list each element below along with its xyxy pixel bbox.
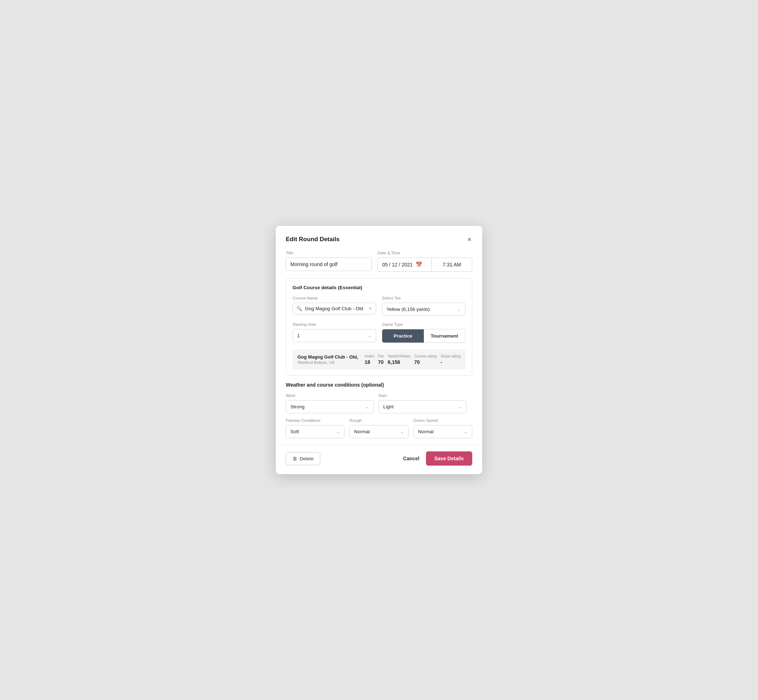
footer-divider — [276, 445, 482, 445]
close-button[interactable]: × — [467, 236, 472, 243]
rain-label: Rain — [379, 394, 467, 398]
course-name-label: Course Name — [293, 296, 376, 300]
save-button[interactable]: Save Details — [426, 452, 473, 466]
time-input[interactable]: 7:31 AM — [432, 258, 472, 272]
date-input[interactable]: 05 / 12 / 2021 📅 — [377, 258, 432, 272]
datetime-inputs: 05 / 12 / 2021 📅 7:31 AM — [377, 258, 472, 272]
cancel-button[interactable]: Cancel — [403, 456, 420, 461]
rain-group: Rain Light ⌄ — [379, 394, 467, 413]
course-rating-label: Course rating — [414, 354, 437, 358]
wind-value: Strong — [290, 404, 365, 409]
select-tee-value: Yellow (6,156 yards) — [387, 306, 457, 312]
fairway-rough-green-row: Fairway Conditions Soft ⌄ Rough Normal ⌄… — [286, 418, 472, 438]
modal-header: Edit Round Details × — [286, 236, 472, 243]
green-speed-group: Green Speed Normal ⌄ — [413, 418, 472, 438]
calendar-icon: 📅 — [416, 261, 423, 268]
wind-group: Wind Strong ⌄ — [286, 394, 374, 413]
green-speed-dropdown[interactable]: Normal ⌄ — [413, 425, 472, 438]
slope-rating-value: - — [440, 359, 442, 365]
clear-course-icon[interactable]: ✕ — [368, 306, 372, 311]
starting-hole-dropdown[interactable]: 1 ⌄ — [293, 329, 376, 342]
rough-label: Rough — [349, 418, 408, 423]
yards-value: 6,156 — [388, 359, 400, 365]
trash-icon: 🗑 — [293, 456, 297, 461]
modal-title: Edit Round Details — [286, 236, 340, 243]
game-type-toggle: Practice Tournament — [382, 329, 465, 343]
course-rating-value: 70 — [414, 359, 420, 365]
wind-dropdown[interactable]: Strong ⌄ — [286, 400, 374, 413]
chevron-down-icon-fairway: ⌄ — [336, 429, 340, 434]
conditions-section: Weather and course conditions (optional)… — [286, 382, 472, 438]
practice-button[interactable]: Practice — [382, 330, 424, 342]
wind-rain-row: Wind Strong ⌄ Rain Light ⌄ — [286, 394, 472, 413]
conditions-title: Weather and course conditions (optional) — [286, 382, 472, 388]
select-tee-group: Select Tee Yellow (6,156 yards) ⌄ — [382, 296, 465, 316]
green-speed-label: Green Speed — [413, 418, 472, 423]
course-name-group: Course Name 🔍 ✕ — [293, 296, 376, 316]
starting-hole-value: 1 — [297, 333, 368, 338]
chevron-down-icon-rain: ⌄ — [458, 404, 462, 409]
course-name-input[interactable] — [305, 306, 368, 311]
course-info-location: Shelford Bottom, UK — [298, 360, 365, 364]
fairway-label: Fairway Conditions — [286, 418, 345, 423]
chevron-down-icon-rough: ⌄ — [400, 429, 404, 434]
course-name-input-wrapper[interactable]: 🔍 ✕ — [293, 303, 376, 314]
game-type-label: Game Type — [382, 322, 465, 327]
select-tee-label: Select Tee — [382, 296, 465, 300]
rain-dropdown[interactable]: Light ⌄ — [379, 400, 467, 413]
golf-course-title: Golf Course details (Essential) — [293, 285, 465, 290]
fairway-value: Soft — [290, 429, 336, 434]
title-label: Title — [286, 251, 372, 255]
stat-par: Par 70 — [378, 354, 384, 365]
wind-label: Wind — [286, 394, 374, 398]
tournament-button[interactable]: Tournament — [424, 330, 465, 342]
stat-yards: Yards(Yellow) 6,156 — [388, 354, 411, 365]
holes-label: Holes — [365, 354, 374, 358]
chevron-down-icon-wind: ⌄ — [365, 404, 369, 409]
datetime-label: Date & Time — [377, 251, 472, 255]
title-date-row: Title Date & Time 05 / 12 / 2021 📅 7:31 … — [286, 251, 472, 272]
delete-label: Delete — [300, 456, 313, 461]
select-tee-dropdown[interactable]: Yellow (6,156 yards) ⌄ — [382, 303, 465, 316]
rough-dropdown[interactable]: Normal ⌄ — [349, 425, 408, 438]
course-info-card: Gog Magog Golf Club - Old, Shelford Bott… — [293, 349, 465, 370]
footer-row: 🗑 Delete Cancel Save Details — [286, 452, 472, 466]
green-speed-value: Normal — [418, 429, 464, 434]
course-tee-row: Course Name 🔍 ✕ Select Tee Yellow (6,156… — [293, 296, 465, 316]
yards-label: Yards(Yellow) — [388, 354, 411, 358]
par-label: Par — [378, 354, 384, 358]
rough-value: Normal — [354, 429, 399, 434]
edit-round-modal: Edit Round Details × Title Date & Time 0… — [276, 226, 482, 474]
stat-holes: Holes 18 — [365, 354, 374, 365]
course-info-name: Gog Magog Golf Club - Old, — [298, 354, 365, 359]
game-type-group: Game Type Practice Tournament — [382, 322, 465, 343]
title-input[interactable] — [286, 258, 372, 271]
title-group: Title — [286, 251, 372, 272]
chevron-down-icon: ⌄ — [457, 306, 461, 312]
course-info-left: Gog Magog Golf Club - Old, Shelford Bott… — [298, 354, 365, 364]
starting-hole-label: Starting Hole — [293, 322, 376, 327]
golf-course-section: Golf Course details (Essential) Course N… — [286, 278, 472, 376]
stat-slope-rating: Slope rating - — [440, 354, 460, 365]
delete-button[interactable]: 🗑 Delete — [286, 452, 320, 465]
starting-hole-group: Starting Hole 1 ⌄ — [293, 322, 376, 343]
holes-value: 18 — [365, 359, 370, 365]
stat-course-rating: Course rating 70 — [414, 354, 437, 365]
footer-right: Cancel Save Details — [403, 452, 472, 466]
rain-value: Light — [383, 404, 458, 409]
slope-rating-label: Slope rating — [440, 354, 460, 358]
chevron-down-icon-hole: ⌄ — [368, 333, 371, 338]
time-value: 7:31 AM — [443, 262, 461, 267]
fairway-group: Fairway Conditions Soft ⌄ — [286, 418, 345, 438]
chevron-down-icon-green: ⌄ — [464, 429, 468, 434]
hole-gametype-row: Starting Hole 1 ⌄ Game Type Practice Tou… — [293, 322, 465, 343]
datetime-group: Date & Time 05 / 12 / 2021 📅 7:31 AM — [377, 251, 472, 272]
course-stats: Holes 18 Par 70 Yards(Yellow) 6,156 Cour… — [365, 354, 460, 365]
par-value: 70 — [378, 359, 384, 365]
search-icon: 🔍 — [296, 306, 302, 311]
rough-group: Rough Normal ⌄ — [349, 418, 408, 438]
fairway-dropdown[interactable]: Soft ⌄ — [286, 425, 345, 438]
date-value: 05 / 12 / 2021 — [382, 262, 413, 267]
